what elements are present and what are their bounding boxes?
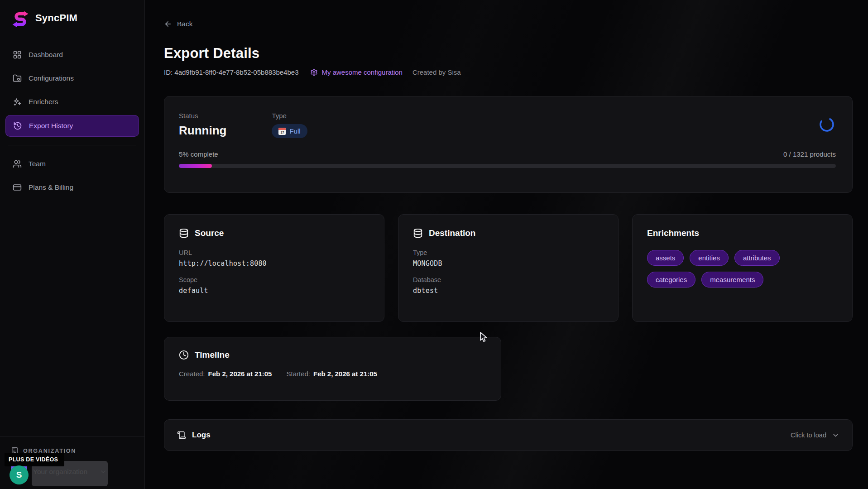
clock-icon: [179, 350, 189, 360]
configuration-link[interactable]: My awesome configuration: [310, 68, 402, 76]
progress-bar: [179, 164, 836, 168]
loading-spinner-icon: [819, 116, 835, 133]
scope-value: default: [179, 287, 369, 295]
arrow-left-icon: [164, 20, 172, 28]
sidebar-item-label: Dashboard: [29, 51, 63, 59]
folder-gear-icon: [13, 74, 22, 83]
products-count: 0 / 1321 products: [783, 150, 836, 158]
logs-load-label: Click to load: [791, 431, 826, 439]
history-clock-icon: [13, 121, 22, 130]
status-card: Status Running Type 17 Full 5% complete: [164, 96, 853, 193]
configuration-link-label: My awesome configuration: [321, 68, 402, 76]
type-group: Type 17 Full: [272, 112, 307, 138]
main-content: Back Export Details ID: 4ad9fb91-8ff0-4e…: [145, 0, 868, 489]
sidebar-item-enrichers[interactable]: Enrichers: [5, 91, 139, 112]
source-card: Source URL http://localhost:8080 Scope d…: [164, 214, 384, 322]
syncpim-logo-icon: [12, 10, 29, 27]
status-value: Running: [179, 124, 226, 138]
created-value: Feb 2, 2026 at 21:05: [208, 370, 272, 378]
enrichments-card: Enrichments assets entities attributes c…: [632, 214, 853, 322]
destination-type-value: MONGODB: [413, 259, 604, 268]
sidebar-item-configurations[interactable]: Configurations: [5, 68, 139, 89]
started-label: Started:: [286, 370, 310, 378]
type-label: Type: [272, 112, 307, 120]
sidebar-divider: [8, 145, 136, 145]
calendar-icon: 17: [278, 128, 286, 135]
enrichment-badge: categories: [647, 272, 695, 288]
dashboard-grid-icon: [13, 50, 22, 59]
enrichment-badges: assets entities attributes categories me…: [647, 250, 796, 288]
calendar-day: 17: [278, 130, 286, 135]
details-cards-row: Source URL http://localhost:8080 Scope d…: [164, 214, 853, 322]
back-button[interactable]: Back: [164, 20, 192, 28]
back-label: Back: [177, 20, 192, 28]
sidebar-item-team[interactable]: Team: [5, 153, 139, 174]
video-overlay-label[interactable]: PLUS DE VIDÉOS: [5, 453, 64, 466]
timeline-card-title: Timeline: [195, 350, 230, 360]
sidebar-item-plans-billing[interactable]: Plans & Billing: [5, 177, 139, 198]
video-channel-avatar[interactable]: S: [10, 465, 29, 484]
sidebar-item-label: Configurations: [29, 74, 74, 82]
sidebar-item-label: Team: [29, 160, 46, 168]
sidebar-item-label: Enrichers: [29, 98, 58, 106]
database-icon: [413, 228, 423, 238]
gear-icon: [310, 68, 318, 76]
logs-load-button[interactable]: Click to load: [791, 431, 839, 439]
sidebar-item-label: Plans & Billing: [29, 183, 73, 192]
destination-card: Destination Type MONGODB Database dbtest: [398, 214, 619, 322]
destination-type-label: Type: [413, 249, 604, 256]
status-group: Status Running: [179, 112, 226, 138]
sidebar-item-dashboard[interactable]: Dashboard: [5, 44, 139, 65]
database-label: Database: [413, 276, 604, 283]
destination-card-title: Destination: [429, 228, 475, 238]
started-value: Feb 2, 2026 at 21:05: [313, 370, 377, 378]
enrichment-badge: assets: [647, 250, 684, 266]
progress-section: 5% complete 0 / 1321 products: [179, 150, 836, 168]
type-badge-label: Full: [289, 127, 300, 135]
url-label: URL: [179, 249, 369, 256]
type-badge: 17 Full: [272, 124, 307, 138]
page-title: Export Details: [164, 45, 853, 62]
users-icon: [13, 159, 22, 168]
timeline-started: Started:Feb 2, 2026 at 21:05: [286, 370, 377, 378]
timeline-created: Created:Feb 2, 2026 at 21:05: [179, 370, 272, 378]
timeline-card: Timeline Created:Feb 2, 2026 at 21:05 St…: [164, 337, 501, 401]
logs-title: Logs: [192, 431, 211, 440]
created-by: Created by Sisa: [412, 68, 461, 76]
app-name: SyncPIM: [35, 12, 77, 24]
progress-fill: [179, 164, 212, 168]
source-card-title: Source: [195, 228, 224, 238]
database-icon: [179, 228, 189, 238]
scroll-icon: [177, 431, 186, 440]
export-meta-row: ID: 4ad9fb91-8ff0-4e77-8b52-05b883be4be3…: [164, 68, 853, 76]
app-logo-row: SyncPIM: [0, 0, 144, 36]
credit-card-icon: [13, 183, 22, 192]
sidebar-nav: Dashboard Configurations Enrichers: [0, 36, 144, 201]
enrichment-badge: attributes: [734, 250, 780, 266]
url-value: http://localhost:8080: [179, 259, 369, 268]
created-label: Created:: [179, 370, 205, 378]
enrichment-badge: measurements: [701, 272, 763, 288]
enrichments-card-title: Enrichments: [647, 228, 699, 238]
progress-text: 5% complete: [179, 150, 218, 158]
sidebar-item-label: Export History: [29, 122, 73, 130]
sidebar-item-export-history[interactable]: Export History: [5, 115, 139, 137]
sidebar: SyncPIM Dashboard Configurations: [0, 0, 145, 489]
sparkles-icon: [13, 97, 22, 106]
chevron-down-icon: [832, 431, 839, 439]
scope-label: Scope: [179, 276, 369, 283]
enrichment-badge: entities: [690, 250, 729, 266]
database-value: dbtest: [413, 287, 604, 295]
export-id: ID: 4ad9fb91-8ff0-4e77-8b52-05b883be4be3: [164, 68, 298, 76]
status-label: Status: [179, 112, 226, 120]
logs-card[interactable]: Logs Click to load: [164, 419, 853, 451]
